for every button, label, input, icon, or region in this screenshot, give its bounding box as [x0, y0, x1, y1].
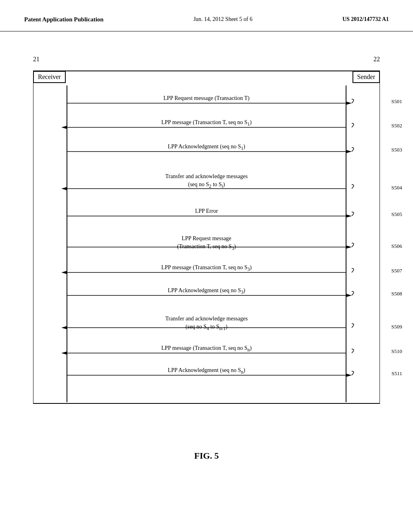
- sequence-svg: [33, 56, 380, 426]
- svg-marker-18: [346, 294, 352, 297]
- step-s508: S508: [391, 291, 402, 297]
- fig-label: FIG. 5: [0, 451, 413, 461]
- step-s503: S503: [391, 147, 402, 153]
- svg-marker-20: [61, 326, 67, 329]
- svg-marker-8: [346, 150, 352, 153]
- step-s506: S506: [391, 243, 402, 249]
- sequence-diagram: 21 22 Receiver Sender: [33, 56, 380, 426]
- svg-marker-16: [61, 271, 67, 274]
- step-s511: S511: [392, 370, 402, 377]
- page-header: Patent Application Publication Jun. 14, …: [0, 0, 413, 31]
- svg-marker-24: [346, 374, 352, 377]
- svg-marker-22: [61, 351, 67, 355]
- svg-marker-4: [346, 102, 352, 105]
- svg-marker-14: [346, 245, 352, 249]
- step-s501: S501: [391, 98, 402, 105]
- step-s505: S505: [391, 211, 402, 218]
- step-s509: S509: [391, 324, 402, 330]
- patent-number-label: US 2012/147732 A1: [342, 16, 389, 23]
- step-s504: S504: [391, 185, 402, 191]
- publication-label: Patent Application Publication: [24, 16, 104, 23]
- step-s502: S502: [391, 123, 402, 129]
- svg-marker-10: [61, 187, 67, 190]
- svg-marker-12: [346, 214, 352, 218]
- sender-box: Sender: [353, 71, 380, 83]
- svg-rect-2: [33, 71, 380, 403]
- receiver-box: Receiver: [33, 71, 66, 83]
- svg-marker-6: [61, 126, 67, 129]
- step-s510: S510: [391, 348, 402, 355]
- step-s507: S507: [391, 268, 402, 274]
- date-sheet-label: Jun. 14, 2012 Sheet 5 of 6: [194, 16, 252, 23]
